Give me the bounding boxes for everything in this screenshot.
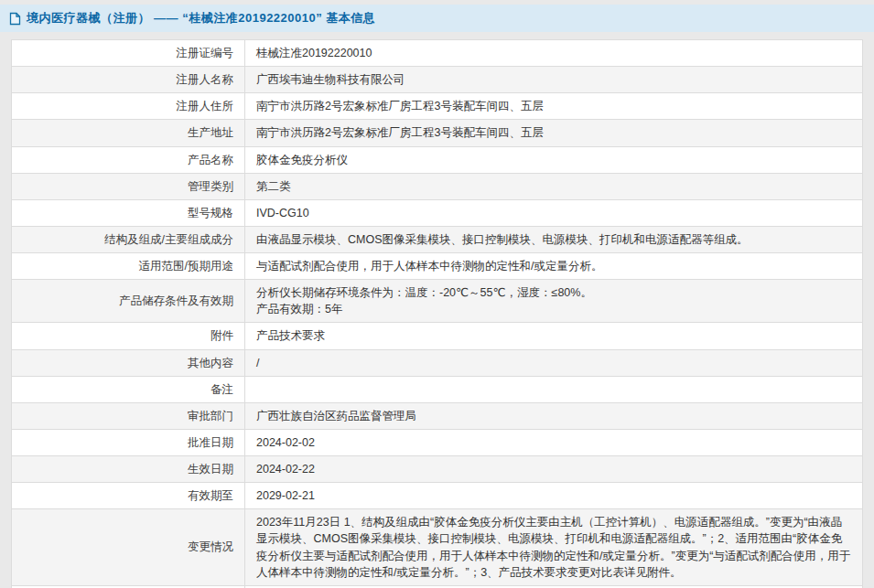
row-label: 结构及组成/主要组成成分	[12, 226, 245, 252]
table-row: 批准日期 2024-02-02	[12, 429, 863, 455]
row-value: 与适配试剂配合使用，用于人体样本中待测物的定性和/或定量分析。	[245, 253, 863, 280]
row-label: 生效日期	[12, 456, 245, 483]
row-label: 产品储存条件及有效期	[12, 280, 245, 323]
row-label: 附件	[12, 323, 245, 349]
table-row: 注册证编号 桂械注准20192220010	[12, 40, 863, 67]
row-label: 适用范围/预期用途	[12, 253, 245, 280]
row-value: 南宁市洪历路2号宏象标准厂房工程3号装配车间四、五层	[245, 120, 863, 146]
table-row: 型号规格 IVD-CG10	[12, 199, 863, 226]
table-row: 注册人住所 南宁市洪历路2号宏象标准厂房工程3号装配车间四、五层	[12, 93, 863, 120]
row-value: 2029-02-21	[245, 483, 863, 509]
table-row: 生产地址 南宁市洪历路2号宏象标准厂房工程3号装配车间四、五层	[12, 120, 863, 146]
row-value: 产品技术要求	[245, 323, 863, 349]
row-label: 有效期至	[12, 483, 245, 509]
table-row: 管理类别 第二类	[12, 173, 863, 199]
row-value: 广西埃韦迪生物科技有限公司	[245, 67, 863, 93]
row-value: 分析仪长期储存环境条件为：温度：-20℃～55℃，湿度：≤80%。 产品有效期：…	[245, 280, 863, 323]
row-label: 批准日期	[12, 429, 245, 455]
row-label: 注册人名称	[12, 67, 245, 93]
row-value: 第二类	[245, 173, 863, 199]
row-value: 2023年11月23日 1、结构及组成由“胶体金免疫分析仪主要由主机（工控计算机…	[245, 509, 863, 586]
row-label: 变更情况	[12, 509, 245, 586]
row-value: 广西壮族自治区药品监督管理局	[245, 402, 863, 429]
row-label: 型号规格	[12, 199, 245, 226]
table-row: 其他内容 /	[12, 349, 863, 376]
document-icon	[9, 12, 21, 26]
row-value: 由液晶显示模块、CMOS图像采集模块、接口控制模块、电源模块、打印机和电源适配器…	[245, 226, 863, 252]
page-title: 境内医疗器械（注册） —— “桂械注准20192220010” 基本信息	[27, 10, 375, 27]
row-value: 2024-02-02	[245, 429, 863, 455]
row-value: 桂械注准20192220010	[245, 40, 863, 67]
row-value: 2024-02-22	[245, 456, 863, 483]
info-table-container: 注册证编号 桂械注准20192220010 注册人名称 广西埃韦迪生物科技有限公…	[11, 39, 863, 588]
table-row: 适用范围/预期用途 与适配试剂配合使用，用于人体样本中待测物的定性和/或定量分析…	[12, 253, 863, 280]
row-value: IVD-CG10	[245, 199, 863, 226]
table-row: 变更情况 2023年11月23日 1、结构及组成由“胶体金免疫分析仪主要由主机（…	[12, 509, 863, 586]
table-row: 注册人名称 广西埃韦迪生物科技有限公司	[12, 67, 863, 93]
table-row: 附件 产品技术要求	[12, 323, 863, 349]
table-row: 生效日期 2024-02-22	[12, 456, 863, 483]
row-label: 管理类别	[12, 173, 245, 199]
row-label: 审批部门	[12, 402, 245, 429]
table-row: 产品名称 胶体金免疫分析仪	[12, 146, 863, 173]
row-label: 注册人住所	[12, 93, 245, 120]
info-table: 注册证编号 桂械注准20192220010 注册人名称 广西埃韦迪生物科技有限公…	[11, 39, 863, 588]
page-header: 境内医疗器械（注册） —— “桂械注准20192220010” 基本信息	[0, 5, 874, 32]
row-label: 生产地址	[12, 120, 245, 146]
row-value: 南宁市洪历路2号宏象标准厂房工程3号装配车间四、五层	[245, 93, 863, 120]
row-value	[245, 376, 863, 402]
row-value: 胶体金免疫分析仪	[245, 146, 863, 173]
row-label: 注册证编号	[12, 40, 245, 67]
table-row: 有效期至 2029-02-21	[12, 483, 863, 509]
row-label: 产品名称	[12, 146, 245, 173]
table-row: 结构及组成/主要组成成分 由液晶显示模块、CMOS图像采集模块、接口控制模块、电…	[12, 226, 863, 252]
row-label: 其他内容	[12, 349, 245, 376]
table-row: 产品储存条件及有效期 分析仪长期储存环境条件为：温度：-20℃～55℃，湿度：≤…	[12, 280, 863, 323]
row-label: 备注	[12, 376, 245, 402]
table-row: 审批部门 广西壮族自治区药品监督管理局	[12, 402, 863, 429]
row-value: /	[245, 349, 863, 376]
table-row: 备注	[12, 376, 863, 402]
